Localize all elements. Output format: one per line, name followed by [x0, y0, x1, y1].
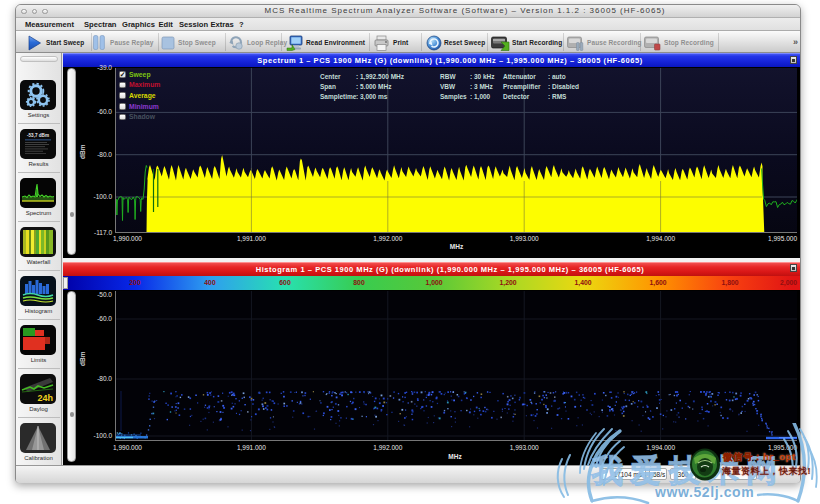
svg-text:24h: 24h — [37, 393, 53, 403]
svg-text:-53,7 dBm: -53,7 dBm — [27, 133, 49, 138]
